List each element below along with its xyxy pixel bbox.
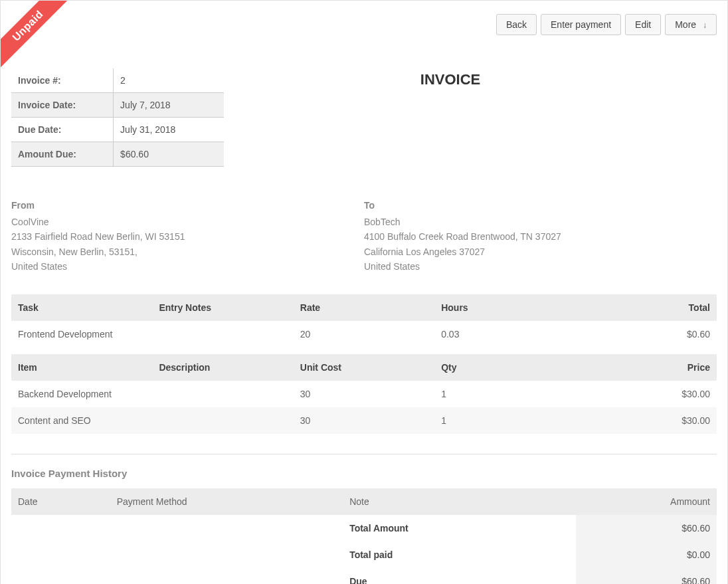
from-heading: From	[11, 200, 364, 211]
items-th-item: Item	[11, 354, 152, 381]
summary-blank	[110, 568, 343, 584]
table-row: Frontend Development 20 0.03 $0.60	[11, 321, 717, 347]
summary-value-due: $60.60	[576, 568, 717, 584]
tasks-th-task: Task	[11, 294, 152, 321]
items-th-description: Description	[152, 354, 293, 381]
summary-blank	[11, 541, 110, 568]
table-row: Backend Development 30 1 $30.00	[11, 381, 717, 407]
more-button-label: More	[675, 19, 696, 30]
page-title: INVOICE	[224, 68, 717, 88]
summary-value-total-paid: $0.00	[576, 541, 717, 568]
item-cell-unit: 30	[294, 381, 434, 407]
task-cell-task: Frontend Development	[11, 321, 152, 347]
meta-row-number: Invoice #: 2	[11, 68, 224, 93]
item-cell-qty: 1	[434, 381, 575, 407]
items-th-unit: Unit Cost	[294, 354, 434, 381]
items-th-qty: Qty	[434, 354, 575, 381]
to-name: BobTech	[364, 215, 717, 229]
summary-row-total-amount: Total Amount $60.60	[11, 515, 717, 541]
summary-blank	[110, 541, 343, 568]
meta-row-amount-due: Amount Due: $60.60	[11, 142, 224, 167]
item-cell-price: $30.00	[576, 381, 717, 407]
from-block: From CoolVine 2133 Fairfield Road New Be…	[11, 200, 364, 274]
item-cell-item: Content and SEO	[11, 407, 152, 434]
task-cell-total: $0.60	[576, 321, 717, 347]
task-cell-hours: 0.03	[434, 321, 575, 347]
summary-value-total-amount: $60.60	[576, 515, 717, 541]
item-cell-qty: 1	[434, 407, 575, 434]
table-row: Content and SEO 30 1 $30.00	[11, 407, 717, 434]
tasks-th-hours: Hours	[434, 294, 575, 321]
meta-value-number: 2	[114, 68, 224, 93]
summary-label-total-amount: Total Amount	[343, 515, 575, 541]
chevron-down-icon: ↓	[703, 21, 707, 30]
summary-blank	[11, 515, 110, 541]
summary-blank	[11, 568, 110, 584]
history-th-note: Note	[343, 488, 575, 515]
item-cell-price: $30.00	[576, 407, 717, 434]
history-th-date: Date	[11, 488, 110, 515]
meta-value-due: July 31, 2018	[114, 118, 224, 142]
item-cell-item: Backend Development	[11, 381, 152, 407]
history-th-method: Payment Method	[110, 488, 343, 515]
item-cell-description	[152, 381, 293, 407]
tasks-th-notes: Entry Notes	[152, 294, 293, 321]
tasks-th-rate: Rate	[294, 294, 434, 321]
item-cell-unit: 30	[294, 407, 434, 434]
from-line2: Wisconsin, New Berlin, 53151,	[11, 244, 364, 259]
history-table: Date Payment Method Note Ammount Total A…	[11, 488, 717, 584]
top-actions: Back Enter payment Edit More ↓	[11, 14, 717, 35]
task-cell-rate: 20	[294, 321, 434, 347]
to-line1: 4100 Buffalo Creek Road Brentwood, TN 37…	[364, 229, 717, 244]
from-name: CoolVine	[11, 215, 364, 229]
summary-blank	[110, 515, 343, 541]
meta-value-amount-due: $60.60	[114, 142, 224, 167]
meta-label-due: Due Date:	[11, 118, 114, 142]
enter-payment-button[interactable]: Enter payment	[541, 14, 621, 35]
to-line3: United States	[364, 259, 717, 274]
meta-value-date: July 7, 2018	[114, 93, 224, 118]
meta-row-date: Invoice Date: July 7, 2018	[11, 93, 224, 118]
invoice-page: Unpaid Back Enter payment Edit More ↓ In…	[0, 0, 728, 584]
summary-row-total-paid: Total paid $0.00	[11, 541, 717, 568]
meta-row-due: Due Date: July 31, 2018	[11, 118, 224, 142]
task-cell-notes	[152, 321, 293, 347]
to-heading: To	[364, 200, 717, 211]
item-cell-description	[152, 407, 293, 434]
more-button[interactable]: More ↓	[665, 14, 717, 35]
back-button[interactable]: Back	[496, 14, 537, 35]
items-th-price: Price	[576, 354, 717, 381]
parties: From CoolVine 2133 Fairfield Road New Be…	[11, 200, 717, 274]
summary-row-due: Due $60.60	[11, 568, 717, 584]
to-line2: California Los Angeles 37027	[364, 244, 717, 259]
meta-label-amount-due: Amount Due:	[11, 142, 114, 167]
from-line3: United States	[11, 259, 364, 274]
invoice-header: Invoice #: 2 Invoice Date: July 7, 2018 …	[11, 68, 717, 167]
tasks-th-total: Total	[576, 294, 717, 321]
summary-label-due: Due	[343, 568, 575, 584]
divider	[11, 454, 717, 454]
from-line1: 2133 Fairfield Road New Berlin, WI 53151	[11, 229, 364, 244]
items-table: Item Description Unit Cost Qty Price Bac…	[11, 354, 717, 434]
status-ribbon: Unpaid	[0, 0, 75, 73]
tasks-table: Task Entry Notes Rate Hours Total Fronte…	[11, 294, 717, 347]
meta-label-date: Invoice Date:	[11, 93, 114, 118]
meta-table: Invoice #: 2 Invoice Date: July 7, 2018 …	[11, 68, 224, 167]
history-th-amount: Ammount	[576, 488, 717, 515]
history-title: Invoice Payment History	[11, 468, 717, 479]
meta-label-number: Invoice #:	[11, 68, 114, 93]
summary-label-total-paid: Total paid	[343, 541, 575, 568]
to-block: To BobTech 4100 Buffalo Creek Road Brent…	[364, 200, 717, 274]
edit-button[interactable]: Edit	[625, 14, 661, 35]
